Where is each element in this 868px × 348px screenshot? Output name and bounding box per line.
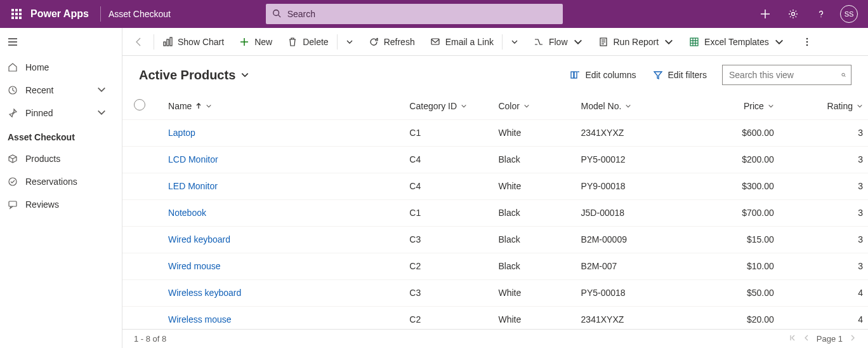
settings-icon[interactable] <box>780 0 806 28</box>
row-price: $300.00 <box>690 173 779 199</box>
chevron-down-icon <box>96 84 114 97</box>
view-name-dropdown[interactable]: Active Products <box>139 68 249 83</box>
row-category: C4 <box>404 146 493 173</box>
row-rating: 3 <box>779 146 868 173</box>
nav-home[interactable]: Home <box>0 56 122 79</box>
global-search[interactable] <box>266 4 563 24</box>
col-price[interactable]: Price <box>690 93 779 119</box>
cmd-email-link[interactable]: Email a Link <box>423 28 501 56</box>
page-first[interactable] <box>789 334 796 344</box>
row-name-link[interactable]: Laptop <box>168 128 195 138</box>
nav-home-label: Home <box>25 62 49 72</box>
package-icon <box>8 154 18 164</box>
row-select[interactable] <box>122 306 157 329</box>
chevron-down-icon <box>768 103 774 109</box>
row-color: White <box>493 173 575 199</box>
row-select[interactable] <box>122 146 157 173</box>
view-search-input[interactable] <box>728 69 841 81</box>
row-name-link[interactable]: Wired keyboard <box>168 234 230 244</box>
table-row[interactable]: Wired keyboardC3BlackB2M-00009$15.003 <box>122 226 868 253</box>
svg-rect-8 <box>19 17 22 19</box>
cmd-delete-split[interactable] <box>338 28 361 56</box>
cmd-more[interactable] <box>794 28 820 56</box>
flow-icon <box>534 37 544 47</box>
row-select[interactable] <box>122 279 157 306</box>
cmd-show-chart-label: Show Chart <box>178 37 224 47</box>
row-name-link[interactable]: LED Monitor <box>168 181 218 191</box>
row-name-link[interactable]: LCD Monitor <box>168 154 218 164</box>
cmd-new-label: New <box>254 37 272 47</box>
add-icon[interactable] <box>753 0 778 28</box>
cmd-email-split[interactable] <box>503 28 526 56</box>
svg-point-41 <box>842 73 845 76</box>
cmd-delete[interactable]: Delete <box>280 28 336 56</box>
sidebar-toggle[interactable] <box>0 28 122 56</box>
row-name-link[interactable]: Wireless mouse <box>168 314 232 325</box>
row-select[interactable] <box>122 253 157 279</box>
row-select[interactable] <box>122 119 157 146</box>
cmd-excel-templates[interactable]: Excel Templates <box>681 28 792 56</box>
row-name-link[interactable]: Wireless keyboard <box>168 288 241 298</box>
trash-icon <box>287 37 298 47</box>
row-select[interactable] <box>122 199 157 226</box>
table-row[interactable]: Wired mouseC2BlackB2M-007$10.003 <box>122 253 868 279</box>
user-avatar[interactable]: SS <box>836 0 862 28</box>
col-category[interactable]: Category ID <box>404 93 493 119</box>
select-all[interactable] <box>122 93 157 119</box>
nav-reviews-label: Reviews <box>25 199 59 210</box>
edit-filters-button[interactable]: Edit filters <box>652 67 708 83</box>
global-search-input[interactable] <box>286 8 556 20</box>
app-launcher-icon[interactable] <box>4 0 29 28</box>
table-row[interactable]: NotebookC1BlackJ5D-00018$700.003 <box>122 199 868 226</box>
col-name-label: Name <box>168 101 192 111</box>
row-color: Black <box>493 226 575 253</box>
row-name-link[interactable]: Notebook <box>168 208 206 218</box>
search-icon <box>841 70 846 79</box>
cmd-run-report[interactable]: Run Report <box>591 28 682 56</box>
nav-products[interactable]: Products <box>0 147 122 170</box>
nav-pinned[interactable]: Pinned <box>0 102 122 124</box>
col-color[interactable]: Color <box>493 93 575 119</box>
nav-pinned-label: Pinned <box>25 108 53 118</box>
svg-line-10 <box>278 15 280 17</box>
cmd-refresh[interactable]: Refresh <box>361 28 423 56</box>
nav-reservations[interactable]: Reservations <box>0 170 122 193</box>
row-name-link[interactable]: Wired mouse <box>168 261 220 271</box>
svg-rect-3 <box>11 13 14 15</box>
row-price: $10.00 <box>690 253 779 279</box>
chevron-down-icon <box>774 37 784 47</box>
row-category: C2 <box>404 306 493 329</box>
row-category: C1 <box>404 119 493 146</box>
col-model[interactable]: Model No. <box>576 93 690 119</box>
edit-columns-button[interactable]: Edit columns <box>569 67 637 83</box>
table-row[interactable]: LaptopC1White2341XYXZ$600.003 <box>122 119 868 146</box>
search-icon <box>272 9 281 20</box>
cmd-show-chart[interactable]: Show Chart <box>155 28 232 56</box>
table-row[interactable]: Wireless keyboardC3WhitePY5-00018$50.004 <box>122 279 868 306</box>
report-icon <box>598 37 608 47</box>
row-select[interactable] <box>122 226 157 253</box>
nav-recent[interactable]: Recent <box>0 79 122 102</box>
table-row[interactable]: LED MonitorC4WhitePY9-00018$300.003 <box>122 173 868 199</box>
help-icon[interactable] <box>808 0 834 28</box>
filter-icon <box>653 70 663 80</box>
cmd-flow[interactable]: Flow <box>526 28 591 56</box>
view-search[interactable] <box>722 65 852 85</box>
table-row[interactable]: Wireless mouseC2White2341XYXZ$20.004 <box>122 306 868 329</box>
row-color: White <box>493 119 575 146</box>
back-button[interactable] <box>125 28 153 56</box>
divider <box>337 34 338 50</box>
col-rating[interactable]: Rating <box>779 93 868 119</box>
chevron-down-icon <box>664 37 674 47</box>
page-next[interactable] <box>849 334 857 344</box>
svg-rect-0 <box>11 9 14 11</box>
table-row[interactable]: LCD MonitorC4BlackPY5-00012$200.003 <box>122 146 868 173</box>
page-prev[interactable] <box>803 334 810 344</box>
row-select[interactable] <box>122 173 157 199</box>
col-name[interactable]: Name <box>157 93 404 119</box>
cmd-new[interactable]: New <box>232 28 280 56</box>
svg-rect-2 <box>19 9 22 11</box>
svg-rect-26 <box>431 39 439 44</box>
cmd-excel-templates-label: Excel Templates <box>704 37 769 47</box>
nav-reviews[interactable]: Reviews <box>0 193 122 216</box>
